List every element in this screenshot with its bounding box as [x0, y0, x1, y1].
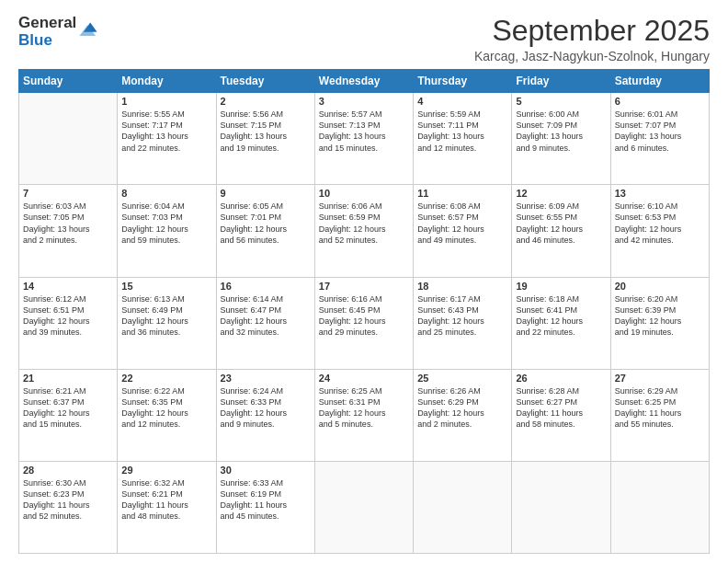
day-number: 2: [221, 96, 311, 107]
day-info: Sunrise: 6:25 AMSunset: 6:31 PMDaylight:…: [319, 385, 409, 431]
day-info: Sunrise: 6:06 AMSunset: 6:59 PMDaylight:…: [319, 201, 409, 246]
calendar-week-row: 14Sunrise: 6:12 AMSunset: 6:51 PMDayligh…: [19, 277, 710, 369]
calendar-week-row: 28Sunrise: 6:30 AMSunset: 6:23 PMDayligh…: [19, 461, 710, 553]
calendar-cell: 24Sunrise: 6:25 AMSunset: 6:31 PMDayligh…: [314, 369, 413, 461]
day-number: 20: [615, 281, 705, 292]
calendar-cell: 14Sunrise: 6:12 AMSunset: 6:51 PMDayligh…: [19, 277, 118, 369]
day-number: 17: [319, 281, 409, 292]
day-number: 10: [319, 188, 409, 199]
day-number: 22: [121, 373, 211, 384]
calendar-cell: 28Sunrise: 6:30 AMSunset: 6:23 PMDayligh…: [19, 461, 118, 553]
weekday-header-friday: Friday: [512, 70, 610, 93]
day-number: 30: [221, 465, 311, 476]
day-info: Sunrise: 6:04 AMSunset: 7:03 PMDaylight:…: [121, 201, 211, 246]
calendar-week-row: 21Sunrise: 6:21 AMSunset: 6:37 PMDayligh…: [19, 369, 710, 461]
day-number: 3: [319, 96, 409, 107]
day-number: 14: [23, 281, 113, 292]
calendar-cell: 7Sunrise: 6:03 AMSunset: 7:05 PMDaylight…: [19, 185, 118, 277]
day-info: Sunrise: 6:24 AMSunset: 6:33 PMDaylight:…: [221, 385, 311, 431]
calendar-cell: 15Sunrise: 6:13 AMSunset: 6:49 PMDayligh…: [118, 277, 216, 369]
day-info: Sunrise: 6:21 AMSunset: 6:37 PMDaylight:…: [23, 385, 113, 431]
calendar-cell: 18Sunrise: 6:17 AMSunset: 6:43 PMDayligh…: [414, 277, 512, 369]
calendar-cell: [314, 461, 413, 553]
day-info: Sunrise: 6:03 AMSunset: 7:05 PMDaylight:…: [23, 201, 113, 246]
day-info: Sunrise: 6:08 AMSunset: 6:57 PMDaylight:…: [417, 201, 507, 246]
calendar-cell: 16Sunrise: 6:14 AMSunset: 6:47 PMDayligh…: [216, 277, 314, 369]
calendar-cell: [19, 93, 118, 185]
day-number: 7: [23, 188, 113, 199]
calendar-cell: [414, 461, 512, 553]
calendar-cell: 25Sunrise: 6:26 AMSunset: 6:29 PMDayligh…: [414, 369, 512, 461]
day-info: Sunrise: 6:29 AMSunset: 6:25 PMDaylight:…: [615, 385, 705, 431]
calendar-cell: 6Sunrise: 6:01 AMSunset: 7:07 PMDaylight…: [610, 93, 709, 185]
day-number: 5: [516, 96, 606, 107]
day-info: Sunrise: 6:28 AMSunset: 6:27 PMDaylight:…: [516, 385, 606, 431]
day-info: Sunrise: 6:01 AMSunset: 7:07 PMDaylight:…: [615, 109, 705, 154]
day-info: Sunrise: 6:26 AMSunset: 6:29 PMDaylight:…: [417, 385, 507, 431]
day-info: Sunrise: 5:57 AMSunset: 7:13 PMDaylight:…: [319, 109, 409, 154]
day-number: 25: [417, 373, 507, 384]
day-info: Sunrise: 6:33 AMSunset: 6:19 PMDaylight:…: [221, 477, 311, 523]
calendar-cell: 3Sunrise: 5:57 AMSunset: 7:13 PMDaylight…: [314, 93, 413, 185]
calendar-cell: 21Sunrise: 6:21 AMSunset: 6:37 PMDayligh…: [19, 369, 118, 461]
day-number: 13: [615, 188, 705, 199]
day-number: 18: [417, 281, 507, 292]
calendar-week-row: 7Sunrise: 6:03 AMSunset: 7:05 PMDaylight…: [19, 185, 710, 277]
day-info: Sunrise: 6:14 AMSunset: 6:47 PMDaylight:…: [221, 293, 311, 339]
day-number: 12: [516, 188, 606, 199]
calendar-cell: [610, 461, 709, 553]
day-number: 23: [221, 373, 311, 384]
day-number: 27: [615, 373, 705, 384]
calendar-cell: 11Sunrise: 6:08 AMSunset: 6:57 PMDayligh…: [414, 185, 512, 277]
day-info: Sunrise: 5:55 AMSunset: 7:17 PMDaylight:…: [121, 109, 211, 154]
day-number: 26: [516, 373, 606, 384]
calendar-cell: 9Sunrise: 6:05 AMSunset: 7:01 PMDaylight…: [216, 185, 314, 277]
weekday-header-monday: Monday: [118, 70, 216, 93]
calendar-cell: 5Sunrise: 6:00 AMSunset: 7:09 PMDaylight…: [512, 93, 610, 185]
calendar-cell: 20Sunrise: 6:20 AMSunset: 6:39 PMDayligh…: [610, 277, 709, 369]
day-number: 1: [121, 96, 211, 107]
day-info: Sunrise: 6:13 AMSunset: 6:49 PMDaylight:…: [121, 293, 211, 339]
day-number: 4: [417, 96, 507, 107]
day-info: Sunrise: 5:56 AMSunset: 7:15 PMDaylight:…: [221, 109, 311, 154]
calendar-cell: 13Sunrise: 6:10 AMSunset: 6:53 PMDayligh…: [610, 185, 709, 277]
logo-blue: Blue: [18, 32, 76, 50]
calendar-cell: 27Sunrise: 6:29 AMSunset: 6:25 PMDayligh…: [610, 369, 709, 461]
day-info: Sunrise: 6:00 AMSunset: 7:09 PMDaylight:…: [516, 109, 606, 154]
day-info: Sunrise: 6:16 AMSunset: 6:45 PMDaylight:…: [319, 293, 409, 339]
day-info: Sunrise: 6:20 AMSunset: 6:39 PMDaylight:…: [615, 293, 705, 339]
day-number: 28: [23, 465, 113, 476]
calendar-cell: 17Sunrise: 6:16 AMSunset: 6:45 PMDayligh…: [314, 277, 413, 369]
logo-icon: [78, 18, 98, 39]
calendar-cell: 12Sunrise: 6:09 AMSunset: 6:55 PMDayligh…: [512, 185, 610, 277]
day-info: Sunrise: 6:30 AMSunset: 6:23 PMDaylight:…: [23, 477, 113, 523]
calendar-cell: 8Sunrise: 6:04 AMSunset: 7:03 PMDaylight…: [118, 185, 216, 277]
calendar-cell: 4Sunrise: 5:59 AMSunset: 7:11 PMDaylight…: [414, 93, 512, 185]
weekday-header-sunday: Sunday: [19, 70, 118, 93]
calendar-cell: [512, 461, 610, 553]
calendar-cell: 10Sunrise: 6:06 AMSunset: 6:59 PMDayligh…: [314, 185, 413, 277]
day-number: 24: [319, 373, 409, 384]
calendar-table: SundayMondayTuesdayWednesdayThursdayFrid…: [18, 69, 710, 554]
day-number: 19: [516, 281, 606, 292]
day-info: Sunrise: 6:09 AMSunset: 6:55 PMDaylight:…: [516, 201, 606, 246]
calendar-cell: 26Sunrise: 6:28 AMSunset: 6:27 PMDayligh…: [512, 369, 610, 461]
day-number: 6: [615, 96, 705, 107]
day-info: Sunrise: 6:10 AMSunset: 6:53 PMDaylight:…: [615, 201, 705, 246]
day-number: 16: [221, 281, 311, 292]
day-info: Sunrise: 6:17 AMSunset: 6:43 PMDaylight:…: [417, 293, 507, 339]
calendar-cell: 29Sunrise: 6:32 AMSunset: 6:21 PMDayligh…: [118, 461, 216, 553]
calendar-page: General Blue September 2025 Karcag, Jasz…: [0, 0, 728, 563]
calendar-cell: 19Sunrise: 6:18 AMSunset: 6:41 PMDayligh…: [512, 277, 610, 369]
calendar-cell: 1Sunrise: 5:55 AMSunset: 7:17 PMDaylight…: [118, 93, 216, 185]
logo-text: General Blue: [18, 15, 76, 49]
day-number: 21: [23, 373, 113, 384]
weekday-header-saturday: Saturday: [610, 70, 709, 93]
day-info: Sunrise: 5:59 AMSunset: 7:11 PMDaylight:…: [417, 109, 507, 154]
title-area: September 2025 Karcag, Jasz-Nagykun-Szol…: [474, 15, 710, 63]
day-number: 11: [417, 188, 507, 199]
day-number: 8: [121, 188, 211, 199]
day-info: Sunrise: 6:32 AMSunset: 6:21 PMDaylight:…: [121, 477, 211, 523]
month-title: September 2025: [474, 15, 710, 47]
calendar-cell: 30Sunrise: 6:33 AMSunset: 6:19 PMDayligh…: [216, 461, 314, 553]
